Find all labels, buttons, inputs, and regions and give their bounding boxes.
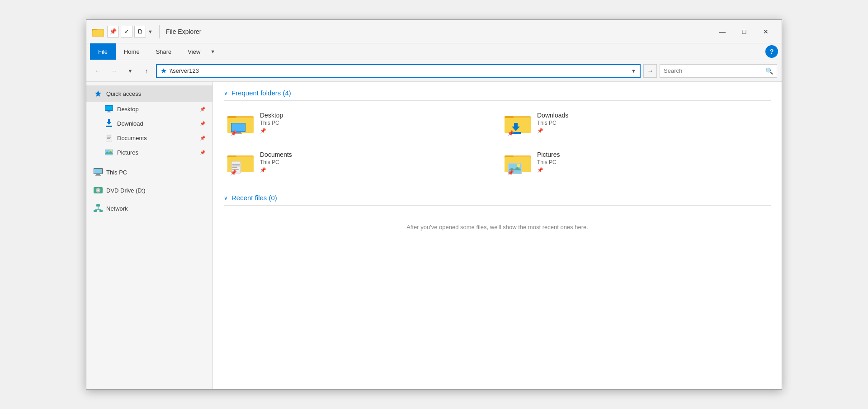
- thispc-label: This PC: [106, 169, 127, 176]
- sidebar-quick-access[interactable]: Quick access: [86, 85, 212, 102]
- pin-folder-downloads-icon: 📌: [507, 130, 514, 136]
- ribbon: File Home Share View ▼ ?: [86, 43, 782, 60]
- folder-desktop-location: This PC: [260, 120, 283, 126]
- page-button[interactable]: 🗋: [134, 26, 146, 38]
- folder-pictures-info: Pictures This PC 📌: [537, 151, 560, 173]
- title-bar-left: 📌 ✓ 🗋 ▼ File Explorer: [92, 25, 712, 38]
- tab-file[interactable]: File: [90, 43, 116, 60]
- sidebar-item-documents[interactable]: Documents 📌: [86, 131, 212, 145]
- frequent-folders-title: Frequent folders (4): [231, 89, 291, 97]
- folder-downloads-icon-wrap: 📌: [505, 112, 532, 136]
- back-button[interactable]: ←: [91, 64, 104, 78]
- svg-rect-21: [96, 174, 100, 175]
- forward-button[interactable]: →: [107, 64, 121, 78]
- pin-desktop-icon: 📌: [200, 107, 205, 112]
- pin-pictures-icon: 📌: [200, 150, 205, 155]
- sidebar-pictures-label: Pictures: [117, 149, 138, 156]
- folder-documents-location: This PC: [260, 159, 292, 165]
- folder-documents[interactable]: 📌 Documents This PC 📌: [224, 147, 494, 179]
- network-label: Network: [106, 205, 128, 212]
- help-button[interactable]: ?: [765, 45, 778, 58]
- sidebar-item-thispc[interactable]: This PC: [86, 165, 212, 179]
- svg-rect-26: [96, 204, 100, 207]
- svg-rect-20: [94, 169, 102, 174]
- sidebar-item-dvd[interactable]: DVD Drive (D:): [86, 183, 212, 197]
- folder-downloads-info: Downloads This PC 📌: [537, 112, 568, 134]
- sidebar-item-download[interactable]: Download 📌: [86, 116, 212, 131]
- search-bar: 🔍: [660, 64, 777, 78]
- svg-rect-6: [105, 106, 113, 110]
- address-dropdown-icon[interactable]: ▼: [631, 68, 636, 74]
- go-button[interactable]: →: [643, 64, 657, 78]
- download-icon: [104, 119, 113, 128]
- folder-desktop-icon-wrap: 📌: [227, 112, 255, 136]
- address-input[interactable]: [170, 67, 628, 74]
- ribbon-dropdown-arrow[interactable]: ▼: [208, 49, 217, 54]
- close-button[interactable]: ✕: [755, 24, 776, 39]
- svg-marker-4: [95, 90, 101, 97]
- sidebar-download-label: Download: [117, 120, 143, 127]
- main-area: Quick access Desktop 📌: [86, 82, 782, 389]
- folder-pictures[interactable]: 📌 Pictures This PC 📌: [501, 147, 771, 179]
- spacer3: [86, 197, 212, 201]
- minimize-button[interactable]: —: [712, 24, 733, 39]
- pin-folder-desktop-icon: 📌: [230, 130, 237, 136]
- recent-locations-button[interactable]: ▼: [123, 64, 137, 78]
- tab-view[interactable]: View: [179, 43, 208, 60]
- chevron-down-icon[interactable]: ∨: [224, 90, 228, 96]
- address-bar: ★ ▼: [156, 64, 641, 78]
- customize-arrow[interactable]: ▼: [148, 29, 153, 34]
- up-button[interactable]: ↑: [140, 64, 153, 78]
- svg-rect-7: [108, 111, 110, 112]
- svg-point-58: [517, 164, 520, 167]
- search-icon: 🔍: [765, 67, 773, 75]
- empty-message: After you've opened some files, we'll sh…: [224, 224, 771, 230]
- svg-rect-14: [107, 138, 110, 139]
- folder-desktop[interactable]: 📌 Desktop This PC 📌: [224, 108, 494, 140]
- sidebar-documents-label: Documents: [117, 135, 147, 141]
- folder-documents-pin: 📌: [260, 167, 292, 173]
- folder-downloads[interactable]: 📌 Downloads This PC 📌: [501, 108, 771, 140]
- quick-access-label: Quick access: [106, 90, 141, 97]
- svg-point-25: [98, 190, 99, 191]
- search-input[interactable]: [664, 67, 763, 74]
- checkmark-button[interactable]: ✓: [121, 26, 132, 38]
- sidebar-item-pictures[interactable]: Pictures 📌: [86, 145, 212, 160]
- svg-rect-49: [232, 165, 240, 166]
- tab-share[interactable]: Share: [148, 43, 180, 60]
- folder-pictures-pin: 📌: [537, 167, 560, 173]
- sidebar-item-desktop[interactable]: Desktop 📌: [86, 102, 212, 116]
- content-area: ∨ Frequent folders (4): [213, 82, 782, 389]
- sidebar-item-network[interactable]: Network: [86, 201, 212, 216]
- window-controls: — □ ✕: [712, 24, 776, 39]
- svg-rect-3: [93, 30, 104, 36]
- spacer2: [86, 179, 212, 183]
- recent-chevron-down-icon[interactable]: ∨: [224, 195, 228, 201]
- dvd-label: DVD Drive (D:): [106, 187, 146, 194]
- svg-point-18: [110, 150, 112, 151]
- network-icon: [94, 204, 103, 213]
- svg-rect-22: [95, 175, 101, 176]
- maximize-button[interactable]: □: [734, 24, 755, 39]
- svg-rect-10: [106, 126, 112, 127]
- folder-desktop-info: Desktop This PC 📌: [260, 112, 283, 134]
- pin-button[interactable]: 📌: [107, 26, 119, 38]
- title-bar: 📌 ✓ 🗋 ▼ File Explorer — □ ✕: [86, 20, 782, 43]
- pin-folder-pictures-icon: 📌: [507, 169, 514, 176]
- quick-access-star-icon: [94, 89, 103, 98]
- app-icon: [92, 25, 104, 38]
- file-explorer-window: 📌 ✓ 🗋 ▼ File Explorer — □ ✕ File Home Sh…: [86, 19, 782, 390]
- window-title: File Explorer: [166, 28, 202, 35]
- dvd-icon: [94, 186, 103, 195]
- documents-icon: [104, 133, 113, 142]
- thispc-icon: [94, 168, 103, 177]
- pin-download-icon: 📌: [200, 121, 205, 126]
- tab-home[interactable]: Home: [116, 43, 148, 60]
- pin-folder-documents-icon: 📌: [230, 169, 237, 176]
- folder-downloads-location: This PC: [537, 120, 568, 126]
- folder-pictures-location: This PC: [537, 159, 560, 165]
- favorites-star-icon: ★: [160, 66, 167, 75]
- spacer1: [86, 160, 212, 165]
- quick-access-toolbar: 📌 ✓ 🗋 ▼: [107, 26, 153, 38]
- folder-documents-info: Documents This PC 📌: [260, 151, 292, 173]
